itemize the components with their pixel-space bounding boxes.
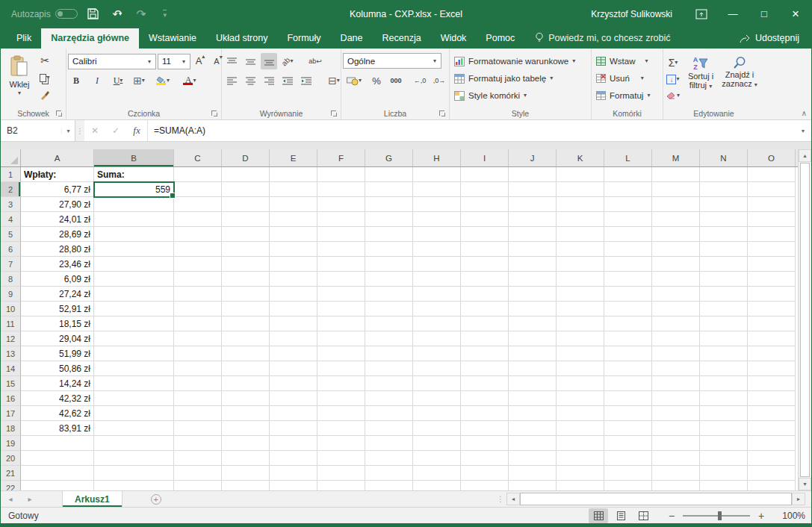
font-color-button[interactable]: A ▾ bbox=[179, 72, 201, 89]
cell-O6[interactable] bbox=[748, 242, 796, 257]
cell-K15[interactable] bbox=[557, 376, 604, 391]
cell-C21[interactable] bbox=[174, 466, 222, 481]
cell-H10[interactable] bbox=[413, 302, 461, 316]
insert-button[interactable]: Wstaw▾ bbox=[593, 53, 651, 69]
scroll-up-button[interactable]: ▴ bbox=[799, 149, 811, 162]
cell-H18[interactable] bbox=[413, 421, 461, 436]
tab-plik[interactable]: Plik bbox=[7, 28, 41, 49]
cell-D1[interactable] bbox=[222, 167, 270, 182]
cell-C14[interactable] bbox=[174, 361, 222, 376]
cell-F9[interactable] bbox=[317, 287, 365, 302]
cell-O5[interactable] bbox=[748, 227, 796, 242]
cell-K14[interactable] bbox=[557, 361, 604, 376]
cell-B10[interactable] bbox=[94, 302, 174, 316]
scroll-left-button[interactable]: ◂ bbox=[506, 493, 520, 505]
font-select[interactable]: Calibri▾ bbox=[68, 54, 156, 69]
cell-N21[interactable] bbox=[700, 466, 748, 481]
cell-H15[interactable] bbox=[413, 376, 461, 391]
wrap-text-button[interactable]: ab↩ bbox=[307, 53, 323, 69]
cell-C6[interactable] bbox=[174, 242, 222, 257]
sheet-nav-left-button[interactable]: ◂ bbox=[1, 491, 20, 507]
cell-J12[interactable] bbox=[509, 331, 557, 346]
column-header-A[interactable]: A bbox=[21, 149, 94, 166]
cell-N14[interactable] bbox=[700, 361, 748, 376]
cell-C17[interactable] bbox=[174, 406, 222, 421]
borders-button[interactable]: ⊞▾ bbox=[131, 72, 147, 89]
cell-I22[interactable] bbox=[461, 481, 509, 490]
cell-B3[interactable] bbox=[94, 197, 174, 212]
cell-C9[interactable] bbox=[174, 287, 222, 302]
cell-G21[interactable] bbox=[365, 466, 413, 481]
column-header-C[interactable]: C bbox=[174, 149, 222, 166]
cell-L4[interactable] bbox=[604, 212, 652, 227]
cell-J14[interactable] bbox=[509, 361, 557, 376]
cell-F10[interactable] bbox=[317, 302, 365, 316]
cell-A12[interactable]: 29,04 zł bbox=[21, 331, 94, 346]
increase-decimal-button[interactable]: ←,0 bbox=[412, 72, 428, 89]
cell-G17[interactable] bbox=[365, 406, 413, 421]
cell-A18[interactable]: 83,91 zł bbox=[21, 421, 94, 436]
cell-M22[interactable] bbox=[652, 481, 700, 490]
cell-I10[interactable] bbox=[461, 302, 509, 316]
cut-button[interactable]: ✂ bbox=[37, 52, 53, 69]
cell-D10[interactable] bbox=[222, 302, 270, 316]
cell-O2[interactable] bbox=[748, 182, 796, 197]
cell-L10[interactable] bbox=[604, 302, 652, 316]
cell-C8[interactable] bbox=[174, 272, 222, 287]
cell-M3[interactable] bbox=[652, 197, 700, 212]
cell-B19[interactable] bbox=[94, 436, 174, 451]
cell-E12[interactable] bbox=[270, 331, 317, 346]
zoom-slider-thumb[interactable] bbox=[718, 511, 722, 520]
cell-F11[interactable] bbox=[317, 316, 365, 331]
cell-A2[interactable]: 6,77 zł bbox=[21, 182, 94, 197]
cell-A3[interactable]: 27,90 zł bbox=[21, 197, 94, 212]
cell-N9[interactable] bbox=[700, 287, 748, 302]
row-header-7[interactable]: 7 bbox=[1, 257, 21, 272]
align-middle-button[interactable] bbox=[242, 53, 258, 69]
cell-D4[interactable] bbox=[222, 212, 270, 227]
cell-M14[interactable] bbox=[652, 361, 700, 376]
cancel-button[interactable]: ✕ bbox=[84, 125, 105, 136]
save-button[interactable] bbox=[85, 6, 102, 22]
cell-F8[interactable] bbox=[317, 272, 365, 287]
cell-F20[interactable] bbox=[317, 451, 365, 466]
cell-K6[interactable] bbox=[557, 242, 604, 257]
scroll-right-button[interactable]: ▸ bbox=[792, 493, 805, 505]
select-all-button[interactable] bbox=[1, 149, 21, 166]
cell-O14[interactable] bbox=[748, 361, 796, 376]
cell-J21[interactable] bbox=[509, 466, 557, 481]
cell-F12[interactable] bbox=[317, 331, 365, 346]
dialog-launcher-schowek[interactable] bbox=[55, 110, 63, 117]
align-top-button[interactable] bbox=[223, 53, 240, 69]
cell-D13[interactable] bbox=[222, 346, 270, 361]
cell-K3[interactable] bbox=[557, 197, 604, 212]
cell-B1[interactable]: Suma: bbox=[94, 167, 174, 182]
row-header-5[interactable]: 5 bbox=[1, 227, 21, 242]
cell-K5[interactable] bbox=[557, 227, 604, 242]
cell-A21[interactable] bbox=[21, 466, 94, 481]
row-header-17[interactable]: 17 bbox=[1, 406, 21, 421]
cell-L18[interactable] bbox=[604, 421, 652, 436]
row-header-16[interactable]: 16 bbox=[1, 391, 21, 406]
cell-F7[interactable] bbox=[317, 257, 365, 272]
cell-E7[interactable] bbox=[270, 257, 317, 272]
cell-E9[interactable] bbox=[270, 287, 317, 302]
cell-D3[interactable] bbox=[222, 197, 270, 212]
cell-E22[interactable] bbox=[270, 481, 317, 490]
cell-C15[interactable] bbox=[174, 376, 222, 391]
cell-G18[interactable] bbox=[365, 421, 413, 436]
cell-F4[interactable] bbox=[317, 212, 365, 227]
cell-B2[interactable]: 559 bbox=[94, 182, 174, 197]
cell-F22[interactable] bbox=[317, 481, 365, 490]
cell-H12[interactable] bbox=[413, 331, 461, 346]
cell-G19[interactable] bbox=[365, 436, 413, 451]
cell-A17[interactable]: 42,62 zł bbox=[21, 406, 94, 421]
cell-K16[interactable] bbox=[557, 391, 604, 406]
cell-E5[interactable] bbox=[270, 227, 317, 242]
percent-button[interactable]: % bbox=[368, 72, 385, 89]
tabbar-resizer[interactable]: ⋮ bbox=[495, 491, 506, 507]
cell-L5[interactable] bbox=[604, 227, 652, 242]
tab-narzedzia-glowne[interactable]: Narzędzia główne bbox=[41, 28, 139, 49]
cell-J3[interactable] bbox=[509, 197, 557, 212]
cell-J2[interactable] bbox=[509, 182, 557, 197]
